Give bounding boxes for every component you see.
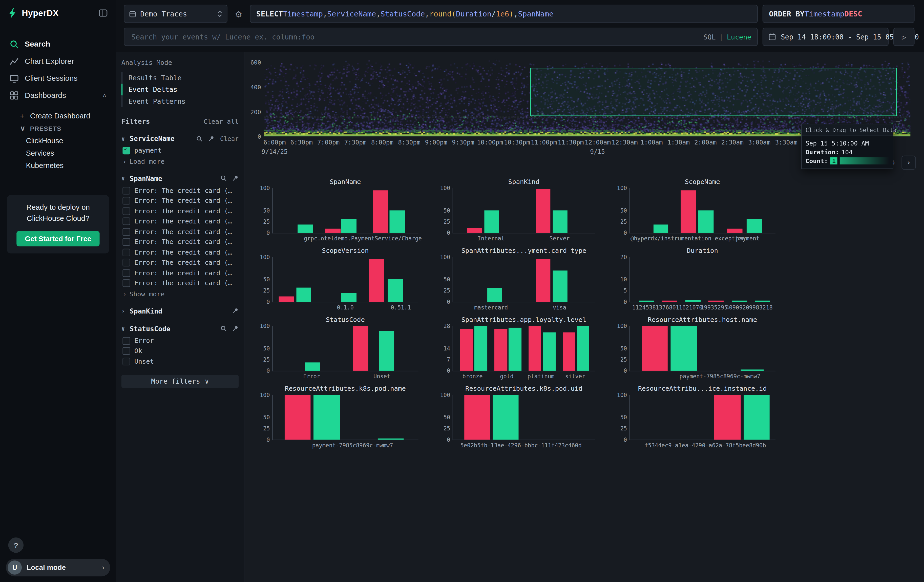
sidebar-item-search[interactable]: Search — [0, 35, 116, 53]
filter-option[interactable]: Error: The credit card (… — [121, 268, 239, 279]
facet-search-icon[interactable] — [196, 135, 203, 142]
checkbox[interactable] — [122, 238, 130, 246]
run-query-button[interactable]: ▷ — [893, 28, 915, 46]
pin-icon[interactable] — [232, 175, 239, 182]
filter-option[interactable]: Error: The credit card (… — [121, 278, 239, 289]
sidebar-item-kubernetes[interactable]: Kubernetes — [0, 159, 116, 171]
lang-separator: | — [719, 33, 723, 41]
checkbox[interactable] — [122, 147, 130, 155]
mini-chart-spankind: SpanKind10050250InternalServer — [434, 177, 610, 246]
checkbox[interactable] — [122, 228, 130, 236]
filter-option[interactable]: Error: The credit card (… — [121, 247, 239, 257]
sidebar-collapse-icon[interactable] — [98, 8, 108, 18]
checkbox[interactable] — [122, 197, 130, 204]
heatmap-x-tick: 3:30am — [775, 138, 797, 145]
analysis-mode-event-patterns[interactable]: Event Patterns — [121, 96, 239, 107]
filter-option[interactable]: Error: The credit card (… — [121, 206, 239, 216]
get-started-button[interactable]: Get Started for Free — [17, 231, 100, 246]
lang-sql[interactable]: SQL — [703, 33, 716, 41]
filter-option[interactable]: Error: The credit card (… — [121, 216, 239, 227]
pin-icon[interactable] — [232, 308, 239, 314]
mini-chart-x-tick: 1124538 — [632, 304, 655, 311]
query-language-toggle[interactable]: SQL | Lucene — [703, 33, 751, 41]
checkbox[interactable] — [122, 249, 130, 256]
mini-chart-y-tick: 0 — [447, 229, 450, 236]
load-more-button[interactable]: ›Load more — [121, 156, 239, 168]
delta-bar-outlier — [642, 326, 668, 371]
checkbox[interactable] — [122, 259, 130, 267]
presets-toggle[interactable]: ∨ PRESETS — [0, 122, 116, 134]
facet-servicename-header[interactable]: ∨ ServiceName Clear — [121, 131, 239, 145]
mini-chart-y-tick: 100 — [260, 392, 270, 398]
lang-lucene[interactable]: Lucene — [727, 33, 751, 41]
logo-row: HyperDX — [0, 0, 116, 26]
facet-spankind-header[interactable]: › SpanKind — [121, 304, 239, 318]
heatmap-x-tick: 2:00am — [694, 138, 716, 145]
filter-option[interactable]: Error: The credit card (… — [121, 185, 239, 196]
mini-chart-plot: 10050250 — [272, 188, 419, 233]
checkbox[interactable] — [122, 207, 130, 215]
delta-bar-inlier — [685, 300, 700, 302]
checkbox[interactable] — [122, 347, 130, 355]
help-button[interactable]: ? — [8, 537, 24, 553]
mini-chart-scopeversion: ScopeVersion100502500.1.00.51.1 — [253, 246, 434, 315]
clear-all-button[interactable]: Clear all — [203, 118, 239, 125]
time-selection-rect[interactable] — [530, 68, 897, 116]
checkbox[interactable] — [122, 358, 130, 365]
mini-chart-y-tick: 100 — [617, 323, 627, 329]
filter-option[interactable]: Ok — [121, 346, 239, 356]
delta-bar-inlier — [379, 331, 394, 371]
mini-chart-x-axis: grpc.oteldemo.PaymentService/Charge — [272, 235, 419, 242]
filter-option[interactable]: Error: The credit card (… — [121, 257, 239, 268]
date-range-picker[interactable]: Sep 14 18:00:00 - Sep 15 05:30:00 — [762, 28, 889, 46]
load-more-label: Load more — [130, 158, 165, 165]
sidebar-item-dashboards[interactable]: Dashboards ∧ — [0, 87, 116, 104]
next-page-button[interactable]: › — [901, 156, 916, 170]
filter-option[interactable]: Error: The credit card (… — [121, 237, 239, 247]
search-input[interactable] — [130, 32, 699, 41]
source-select[interactable]: Demo Traces — [124, 5, 228, 23]
minus-icon[interactable]: — — [896, 117, 900, 125]
filter-option[interactable]: Error: The credit card (… — [121, 196, 239, 206]
mini-chart-x-tick: payment-7985c8969c-mwmw7 — [312, 442, 393, 448]
facet-spanname-header[interactable]: ∨ SpanName — [121, 171, 239, 185]
checkbox[interactable] — [122, 280, 130, 287]
mini-chart-x-tick: Server — [549, 235, 569, 242]
avatar: U — [8, 561, 22, 575]
heatmap-x-tick: 1:30am — [667, 138, 690, 145]
filter-option-label: Error: The credit card (… — [134, 197, 232, 204]
filter-option[interactable]: Unset — [121, 356, 239, 367]
analysis-mode-event-deltas[interactable]: Event Deltas — [121, 84, 239, 96]
facet-search-icon[interactable] — [220, 325, 227, 332]
sidebar-item-client-sessions[interactable]: Client Sessions — [0, 69, 116, 87]
filter-option[interactable]: Error: The credit card (… — [121, 227, 239, 237]
create-dashboard-button[interactable]: + Create Dashboard — [0, 110, 116, 122]
pin-icon[interactable] — [232, 325, 239, 332]
checkbox[interactable] — [122, 187, 130, 195]
query-token: SpanName — [518, 9, 553, 18]
user-menu[interactable]: U Local mode › — [6, 559, 110, 576]
more-filters-button[interactable]: More filters ∨ — [121, 375, 239, 387]
order-by-box[interactable]: ORDER BY Timestamp DESC — [762, 5, 915, 23]
mini-chart-duration: Duration20105011245381376801162107019935… — [610, 246, 791, 315]
analysis-mode-results-table[interactable]: Results Table — [121, 72, 239, 84]
pin-icon[interactable] — [208, 135, 215, 142]
sidebar-item-services[interactable]: Services — [0, 147, 116, 159]
mini-chart-title: Duration — [629, 247, 776, 255]
filter-option[interactable]: payment — [121, 145, 239, 156]
checkbox[interactable] — [122, 269, 130, 277]
show-more-button[interactable]: ›Show more — [121, 289, 239, 300]
mini-chart-x-tick: mastercard — [474, 304, 508, 311]
facet-search-icon[interactable] — [220, 175, 227, 182]
checkbox[interactable] — [122, 218, 130, 225]
delta-bar-inlier — [341, 293, 356, 302]
mini-chart-y-tick: 0 — [266, 229, 270, 236]
sidebar-item-chart-explorer[interactable]: Chart Explorer — [0, 53, 116, 69]
filter-option[interactable]: Error — [121, 336, 239, 346]
sidebar-item-clickhouse[interactable]: ClickHouse — [0, 134, 116, 147]
facet-statuscode-header[interactable]: ∨ StatusCode — [121, 322, 239, 336]
gear-icon[interactable]: ⚙ — [232, 9, 245, 18]
facet-clear-button[interactable]: Clear — [220, 135, 239, 142]
sql-query-editor[interactable]: SELECT Timestamp, ServiceName, StatusCod… — [250, 5, 758, 23]
checkbox[interactable] — [122, 337, 130, 345]
